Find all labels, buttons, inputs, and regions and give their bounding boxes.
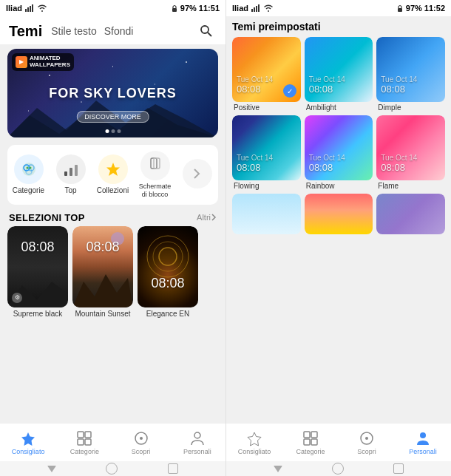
preset-flowing[interactable]: Tue Oct 14 08:08 Flowing (232, 115, 301, 190)
cat-categorie[interactable]: Categorie (11, 154, 47, 195)
preset-light-blue[interactable] (232, 194, 301, 236)
grid-icon (76, 430, 92, 446)
tab-stile-testo[interactable]: Stile testo (51, 25, 96, 37)
nav-categorie-left[interactable]: Categorie (64, 430, 105, 455)
consigliato-icon-right (246, 430, 262, 446)
svg-marker-18 (106, 163, 120, 176)
flame-label: Flame (376, 182, 445, 190)
back-btn-right[interactable] (274, 466, 282, 472)
personali-icon-left (189, 430, 206, 446)
tab-sfondi[interactable]: Sfondi (104, 25, 134, 37)
ambilight-img: Tue Oct 14 08:08 (305, 37, 373, 102)
nav-scopri-right[interactable]: Scopri (347, 430, 387, 455)
banner[interactable]: ▶ ANIMATEDWALLPAPERS FOR SKY LOVERS DISC… (7, 49, 218, 137)
home-indicator-left (0, 461, 226, 476)
preset-ambilight[interactable]: Tue Oct 14 08:08 Ambilight (305, 37, 373, 112)
positive-clock: Tue Oct 14 08:08 (237, 75, 273, 95)
search-button[interactable] (196, 21, 217, 41)
triangle-icon-left (47, 466, 56, 472)
preset-purple[interactable] (376, 194, 445, 236)
grid-icon-right (302, 430, 319, 446)
chevron-right-more (211, 213, 217, 222)
categorie-label-right: Categorie (296, 448, 325, 455)
preset-sunset[interactable] (305, 194, 373, 236)
time-right: 11:52 (424, 4, 445, 13)
elegance-img: 08:08 (138, 226, 198, 307)
preset-flame[interactable]: Tue Oct 14 08:08 Flame (376, 115, 445, 190)
cat-top[interactable]: Top (53, 154, 89, 195)
theme-mountain-sunset[interactable]: 08:08 Mountain Sunset (72, 226, 133, 318)
discover-more-button[interactable]: DISCOVER MORE (76, 111, 149, 123)
battery-left: 97% (180, 4, 197, 13)
mountain-img: 08:08 (72, 226, 133, 307)
svg-rect-35 (254, 7, 255, 12)
svg-rect-43 (311, 439, 317, 445)
banner-title: FOR SKY LOVERS (49, 86, 177, 101)
preset-grid: Tue Oct 14 08:08 ✓ Positive Tue Oct 14 0… (232, 37, 445, 236)
nav-categorie-right[interactable]: Categorie (291, 430, 331, 455)
dimple-img: Tue Oct 14 08:08 (376, 37, 445, 102)
home-btn-right[interactable] (332, 463, 344, 475)
svg-rect-0 (25, 9, 27, 12)
recent-btn-right[interactable] (393, 463, 404, 474)
scopri-label-right: Scopri (357, 448, 376, 455)
svg-rect-34 (251, 9, 253, 12)
svg-marker-22 (72, 274, 133, 307)
cat-collezioni[interactable]: Collezioni (95, 154, 131, 195)
svg-point-5 (201, 26, 208, 33)
flowing-clock: Tue Oct 14 08:08 (237, 154, 273, 173)
dot-2 (111, 129, 115, 133)
time-left: 11:51 (199, 4, 220, 13)
mountain-time: 08:08 (86, 239, 119, 255)
recent-btn-left[interactable] (168, 463, 178, 474)
svg-line-6 (208, 33, 211, 36)
cat-schermate[interactable]: Schermatedi blocco (138, 151, 173, 199)
selezioni-title: SELEZIONI TOP (9, 212, 85, 223)
cat-more-arrow[interactable] (180, 159, 215, 191)
person-icon-left (189, 430, 206, 446)
preset-title: Temi preimpostati (232, 21, 445, 33)
svg-point-45 (365, 437, 368, 440)
positive-label: Positive (232, 103, 301, 112)
preset-rainbow[interactable]: Tue Oct 14 08:08 Rainbow (305, 115, 373, 190)
right-phone-screen: Iliad 97% 11:52 Temi preimpostati (226, 0, 451, 476)
svg-rect-4 (172, 8, 177, 12)
preset-positive[interactable]: Tue Oct 14 08:08 ✓ Positive (232, 37, 301, 112)
nav-scopri-left[interactable]: Scopri (121, 430, 161, 455)
svg-rect-16 (69, 168, 72, 176)
sunset-img (305, 194, 373, 234)
signal-icon-right (251, 4, 260, 12)
home-btn-left[interactable] (106, 463, 118, 475)
person-icon-right (415, 430, 431, 446)
dot-3 (117, 129, 121, 133)
left-bottom-nav: Consigliato Categorie Scopri (0, 423, 226, 461)
selezioni-more[interactable]: Altri (197, 213, 217, 222)
dimple-clock: Tue Oct 14 08:08 (381, 75, 417, 95)
scopri-icon-left (133, 430, 149, 446)
theme-supreme-black[interactable]: 08:08 ⚙ Supreme black (7, 226, 68, 318)
bookmark-icon (20, 430, 36, 446)
personali-label-left: Personali (183, 448, 211, 455)
carrier-right: Iliad (232, 4, 248, 13)
flame-clock: Tue Oct 14 08:08 (381, 154, 417, 173)
theme-elegance-en[interactable]: 08:08 Elegance EN (138, 226, 198, 318)
right-bottom-nav: Consigliato Categorie Scopri (226, 423, 451, 461)
svg-rect-40 (304, 432, 310, 438)
mountain-shape (72, 267, 133, 307)
dot-1 (105, 129, 109, 133)
schermate-icon (140, 151, 170, 180)
positive-check: ✓ (283, 84, 296, 98)
nav-personali-right[interactable]: Personali (403, 430, 444, 455)
compass-icon-left (133, 430, 149, 446)
phone-svg (147, 157, 163, 174)
schermate-label: Schermatedi blocco (139, 183, 172, 199)
preset-dimple[interactable]: Tue Oct 14 08:08 Dimple (376, 37, 445, 112)
nav-consigliato-left[interactable]: Consigliato (8, 430, 49, 455)
lock-icon-left (171, 4, 178, 12)
app-title: Temi (9, 23, 42, 40)
svg-rect-1 (27, 7, 29, 12)
nav-personali-left[interactable]: Personali (177, 430, 217, 455)
nav-consigliato-right[interactable]: Consigliato (234, 430, 275, 455)
back-btn-left[interactable] (47, 466, 56, 472)
svg-rect-37 (258, 4, 260, 12)
